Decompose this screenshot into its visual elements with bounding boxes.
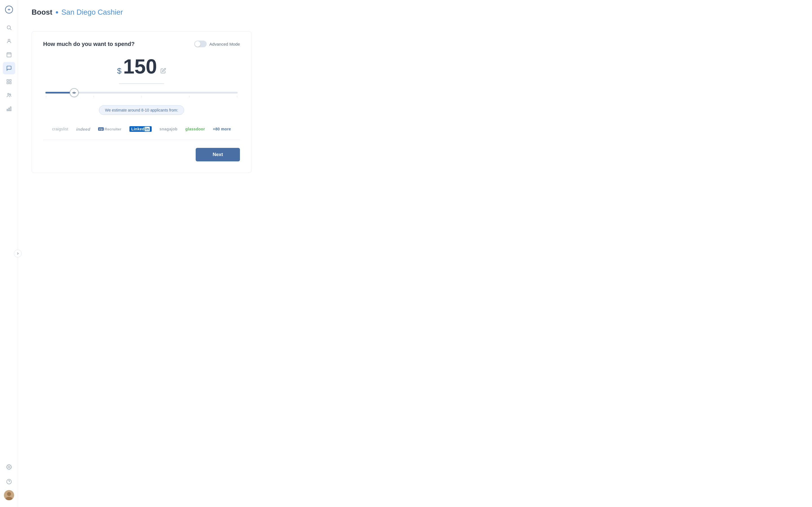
page-header: Boost San Diego Cashier	[18, 0, 812, 22]
avatar[interactable]	[4, 490, 14, 500]
zip-badge: zip	[98, 127, 103, 131]
advanced-mode-toggle[interactable]	[194, 41, 207, 47]
next-button[interactable]: Next	[196, 148, 240, 161]
svg-point-21	[7, 492, 11, 496]
slider-tick	[142, 96, 142, 98]
svg-line-2	[10, 29, 11, 30]
content-area: How much do you want to spend? Advanced …	[18, 22, 812, 507]
spend-header: How much do you want to spend? Advanced …	[43, 41, 240, 47]
sidebar-item-analytics[interactable]	[3, 103, 15, 115]
sidebar-nav	[0, 21, 18, 461]
slider-tick	[237, 96, 237, 98]
svg-rect-16	[10, 107, 11, 111]
estimate-row: We estimate around 8-10 applicants from:	[43, 105, 240, 121]
svg-rect-8	[7, 80, 8, 81]
slider-track[interactable]: ◀▶	[45, 92, 238, 94]
page-title-dot	[56, 11, 58, 13]
linkedin-in: in	[145, 127, 149, 131]
page-title-job: San Diego Cashier	[61, 8, 123, 17]
slider-container: ◀▶	[43, 92, 240, 98]
page-title-row: Boost San Diego Cashier	[32, 8, 799, 17]
svg-point-3	[8, 39, 10, 41]
board-linkedin: Linkedin	[130, 126, 152, 132]
slider-tick	[94, 96, 94, 98]
advanced-mode-row: Advanced Mode	[194, 41, 240, 47]
svg-rect-10	[7, 82, 8, 84]
sidebar-collapse-button[interactable]	[14, 249, 22, 258]
edit-amount-icon[interactable]	[160, 68, 166, 75]
amount-display: $ 150	[43, 56, 240, 76]
svg-point-17	[8, 466, 10, 468]
estimate-badge: We estimate around 8-10 applicants from:	[99, 105, 184, 115]
slider-thumb[interactable]: ◀▶	[70, 88, 79, 97]
app-logo[interactable]	[4, 4, 14, 15]
svg-point-1	[7, 25, 10, 29]
sidebar-item-search[interactable]	[3, 21, 15, 34]
sidebar-item-team[interactable]	[3, 89, 15, 101]
svg-rect-14	[7, 109, 8, 111]
next-button-row: Next	[43, 148, 240, 161]
board-craigslist: craigslist	[52, 127, 68, 131]
board-glassdoor: glassdoor	[185, 127, 205, 131]
board-indeed: indeed	[76, 127, 90, 131]
svg-rect-9	[9, 80, 11, 81]
sidebar-item-calendar[interactable]	[3, 48, 15, 61]
sidebar-item-settings[interactable]	[3, 461, 15, 473]
svg-rect-15	[8, 108, 9, 111]
sidebar-item-profile[interactable]	[3, 35, 15, 47]
toggle-knob	[195, 41, 200, 47]
board-more[interactable]: +80 more	[213, 127, 231, 131]
page-title-boost: Boost	[32, 8, 52, 17]
sidebar	[0, 0, 18, 507]
slider-thumb-arrows: ◀▶	[72, 91, 77, 94]
spend-card: How much do you want to spend? Advanced …	[32, 31, 252, 173]
amount-value: 150	[123, 56, 157, 76]
job-boards: craigslist indeed zipRecruiter Linkedin …	[43, 126, 240, 132]
amount-underline	[119, 83, 164, 84]
sidebar-bottom	[3, 461, 15, 503]
sidebar-item-grid[interactable]	[3, 75, 15, 88]
svg-point-13	[10, 94, 11, 95]
svg-rect-4	[7, 53, 11, 57]
slider-tick	[189, 96, 190, 98]
advanced-mode-label: Advanced Mode	[209, 42, 240, 47]
spend-question: How much do you want to spend?	[43, 41, 135, 47]
svg-point-12	[8, 93, 9, 95]
slider-tick	[46, 96, 46, 98]
sidebar-item-messages[interactable]	[3, 62, 15, 74]
svg-rect-11	[9, 82, 11, 84]
board-ziprecruiter: zipRecruiter	[98, 127, 121, 131]
sidebar-item-help[interactable]	[3, 475, 15, 488]
board-snagajob: snagajob	[160, 127, 177, 131]
main-content: Boost San Diego Cashier How much do you …	[18, 0, 812, 507]
currency-symbol: $	[117, 66, 121, 75]
